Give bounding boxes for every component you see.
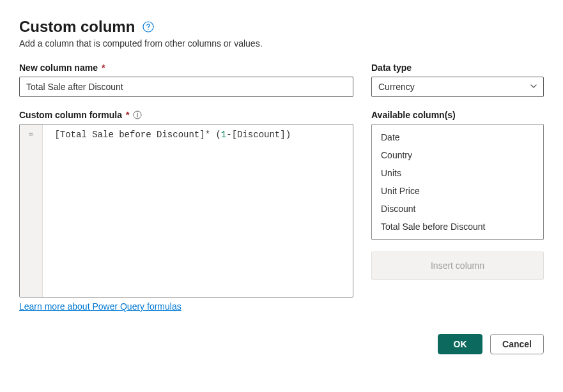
list-item[interactable]: Discount: [372, 200, 543, 218]
column-name-input[interactable]: [19, 77, 353, 97]
formula-content[interactable]: [Total Sale before Discount]* (1-[Discou…: [43, 124, 353, 297]
cancel-button[interactable]: Cancel: [490, 334, 544, 354]
dialog-subtitle: Add a column that is computed from other…: [19, 38, 544, 49]
help-icon[interactable]: [143, 21, 154, 33]
info-icon[interactable]: [133, 110, 142, 119]
svg-point-1: [148, 29, 150, 30]
list-item[interactable]: Units: [372, 164, 543, 182]
formula-label: Custom column formula *: [19, 110, 353, 120]
insert-column-button: Insert column: [371, 252, 544, 280]
formula-gutter: =: [20, 124, 43, 297]
data-type-label: Data type: [371, 63, 544, 73]
list-item[interactable]: Unit Price: [372, 182, 543, 200]
list-item[interactable]: Country: [372, 146, 543, 164]
svg-point-3: [137, 112, 139, 114]
dialog-title: Custom column: [19, 18, 135, 36]
available-columns-list: Date Country Units Unit Price Discount T…: [371, 124, 544, 240]
list-item[interactable]: Total Sale before Discount: [372, 218, 543, 236]
ok-button[interactable]: OK: [438, 334, 482, 354]
formula-editor[interactable]: = [Total Sale before Discount]* (1-[Disc…: [19, 124, 353, 298]
learn-more-link[interactable]: Learn more about Power Query formulas: [19, 301, 181, 312]
list-item[interactable]: Date: [372, 128, 543, 146]
required-indicator: *: [126, 110, 129, 120]
required-indicator: *: [102, 63, 105, 73]
available-columns-label: Available column(s): [371, 110, 544, 120]
column-name-label: New column name *: [19, 63, 353, 73]
data-type-select[interactable]: Currency: [371, 77, 544, 97]
